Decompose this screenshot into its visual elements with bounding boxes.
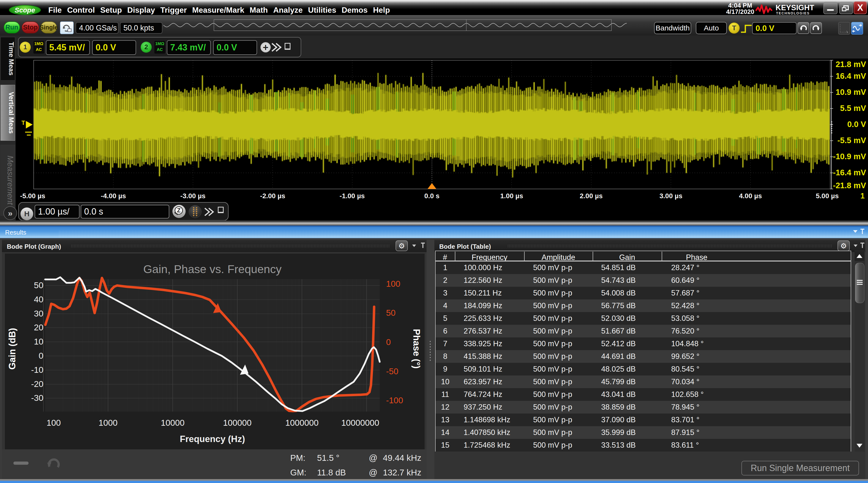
svg-text:T: T — [22, 120, 25, 126]
